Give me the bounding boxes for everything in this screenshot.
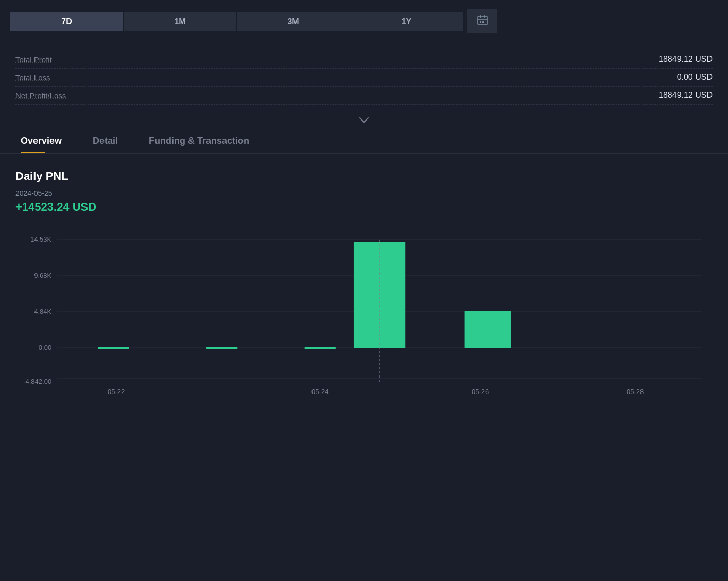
svg-rect-0 xyxy=(478,16,487,25)
bar-0526 xyxy=(465,311,511,348)
expand-chevron[interactable] xyxy=(0,110,728,130)
x-label-0526: 05-26 xyxy=(472,388,489,396)
x-label-0528: 05-28 xyxy=(627,388,644,396)
chart-date: 2024-05-25 xyxy=(15,189,713,197)
chart-section: Daily PNL 2024-05-25 +14523.24 USD 14.53… xyxy=(0,154,728,404)
calendar-icon xyxy=(477,14,488,26)
net-pnl-value: 18849.12 USD xyxy=(658,91,713,100)
bar-0524 xyxy=(305,347,336,349)
daily-pnl-chart: 14.53K 9.68K 4.84K 0.00 -4,842.00 05-22 … xyxy=(15,224,713,399)
tab-overview[interactable]: Overview xyxy=(21,135,62,153)
total-profit-row: Total Profit 18849.12 USD xyxy=(15,55,713,69)
period-selector: 7D 1M 3M 1Y xyxy=(0,0,728,39)
period-3m-button[interactable]: 3M xyxy=(237,12,350,31)
x-label-0522: 05-22 xyxy=(108,388,125,396)
y-label-5: -4,842.00 xyxy=(23,378,51,385)
total-loss-value: 0.00 USD xyxy=(677,73,713,82)
tab-detail[interactable]: Detail xyxy=(93,135,118,153)
bar-0522 xyxy=(98,347,129,349)
chart-title: Daily PNL xyxy=(15,169,713,183)
period-1m-button[interactable]: 1M xyxy=(124,12,237,31)
chart-svg: 14.53K 9.68K 4.84K 0.00 -4,842.00 05-22 … xyxy=(15,224,713,399)
x-label-0524: 05-24 xyxy=(311,388,328,396)
chart-value: +14523.24 USD xyxy=(15,200,713,214)
y-label-1: 14.53K xyxy=(30,235,52,243)
content-tabs: Overview Detail Funding & Transaction xyxy=(0,130,728,154)
svg-rect-4 xyxy=(480,21,481,23)
total-profit-value: 18849.12 USD xyxy=(658,55,713,64)
svg-rect-5 xyxy=(482,21,484,23)
total-loss-row: Total Loss 0.00 USD xyxy=(15,73,713,87)
y-label-2: 9.68K xyxy=(34,271,51,279)
chevron-down-icon xyxy=(359,117,369,123)
y-label-3: 4.84K xyxy=(34,307,51,315)
total-profit-label: Total Profit xyxy=(15,55,52,64)
bar-0523 xyxy=(206,347,237,349)
net-pnl-label: Net Profit/Loss xyxy=(15,91,66,100)
stats-section: Total Profit 18849.12 USD Total Loss 0.0… xyxy=(0,39,728,110)
y-label-4: 0.00 xyxy=(39,344,51,351)
calendar-button[interactable] xyxy=(467,9,497,33)
net-pnl-row: Net Profit/Loss 18849.12 USD xyxy=(15,91,713,105)
tab-funding-transaction[interactable]: Funding & Transaction xyxy=(149,135,249,153)
total-loss-label: Total Loss xyxy=(15,73,50,82)
period-1y-button[interactable]: 1Y xyxy=(350,12,463,31)
period-7d-button[interactable]: 7D xyxy=(10,12,124,31)
